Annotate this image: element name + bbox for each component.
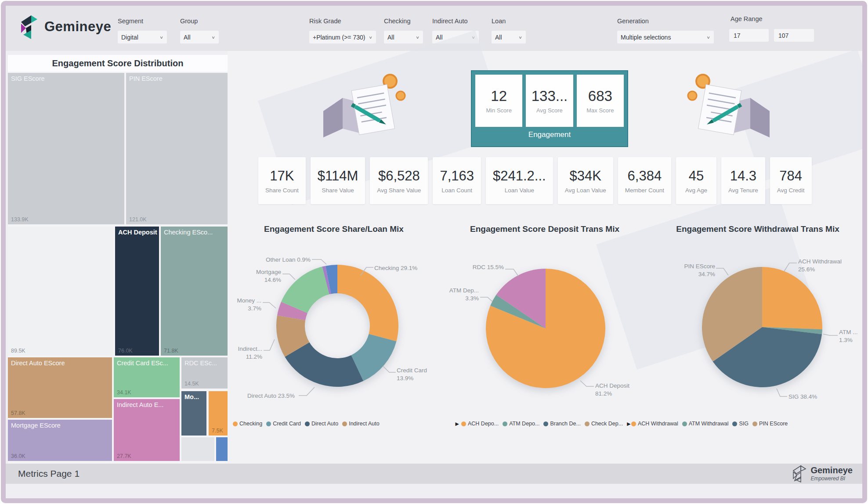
chevron-down-icon: ∨ [211, 35, 215, 40]
filter-generation: Generation Multiple selections ∨ [617, 6, 714, 51]
callout-ach-deposit: ACH Deposit81.2% [595, 382, 629, 397]
legend-dot [732, 421, 737, 426]
deposit-legend: ACH Depo... ATM Depo... Branch De... Che… [461, 421, 625, 427]
treemap-cell-small-gray[interactable] [181, 437, 214, 461]
treemap-cell-indirect-auto[interactable]: Indirect Auto E... 27.7K [114, 399, 180, 461]
min-score-card: 12 Min Score [475, 75, 522, 127]
engagement-metrics: 12 Min Score 133... Avg Score 683 Max Sc… [475, 75, 624, 127]
filter-loan: Loan All ∨ [492, 6, 526, 51]
kpi-row: 17KShare Count $114MShare Value $6,528Av… [258, 157, 812, 204]
treemap-cell-checking[interactable]: Checking ESco... 71.8K [161, 227, 228, 356]
treemap-cell-mortgage[interactable]: Mortgage EScore 36.0K [8, 420, 112, 461]
kpi-member-count: 6,384Member Count [618, 157, 671, 204]
kpi-avg-tenure: 14.3Avg Tenure [721, 157, 765, 204]
chevron-down-icon: ∨ [706, 35, 710, 40]
filter-checking-dropdown[interactable]: All ∨ [384, 31, 423, 43]
deposit-trans-mix-chart: Engagement Score Deposit Trans Mix RDC 1… [439, 222, 650, 430]
callout-atm-deposit: ATM Dep...3.3% [439, 287, 479, 302]
footer-gemineye-logo: Gemineye Empowered BI [792, 465, 853, 482]
pie-slice-ach-withdrawal[interactable] [762, 267, 822, 329]
treemap-cell-mo[interactable]: Mo... [181, 391, 206, 436]
age-range-max-input[interactable]: 107 [774, 29, 814, 42]
filter-segment-label: Segment [118, 18, 143, 25]
filter-generation-dropdown[interactable]: Multiple selections ∨ [617, 31, 714, 43]
legend-item-ach-withdrawal[interactable]: ACH Withdrawal [631, 421, 678, 427]
withdrawal-trans-mix-chart: Engagement Score Withdrawal Trans Mix PI… [650, 222, 865, 430]
filter-group: Group All ∨ [180, 6, 219, 51]
legend-dot [752, 421, 757, 426]
legend-dot [631, 421, 636, 426]
callout-rdc: RDC 15.5% [439, 263, 504, 271]
kpi-avg-loan-value: $34KAvg Loan Value [558, 157, 613, 204]
legend-item-credit-card[interactable]: Credit Card [266, 421, 301, 427]
callout-ach-withdrawal: ACH Withdrawal25.6% [798, 258, 842, 273]
document-pen-illustration [320, 72, 410, 145]
legend-dot [305, 421, 310, 426]
treemap-cell-small-blue[interactable] [216, 437, 228, 461]
callout-atm-withdrawal: ATM ...1.3% [839, 328, 858, 344]
treemap-cell-ach-deposit[interactable]: ACH Deposit ES... 76.0K [115, 227, 159, 356]
kpi-avg-credit: 784Avg Credit [770, 157, 812, 204]
callout-checking: Checking 29.1% [374, 264, 417, 272]
legend-item-branch-deposit[interactable]: Branch De... [543, 421, 580, 427]
callout-indirect: Indirect...11.2% [228, 345, 262, 360]
kpi-loan-count: 7,163Loan Count [433, 157, 481, 204]
max-score-card: 683 Max Score [577, 75, 624, 127]
filter-risk-grade-label: Risk Grade [309, 18, 341, 25]
legend-item-atm-deposit[interactable]: ATM Depo... [503, 421, 539, 427]
treemap-title: Engagement Score Distribution [8, 55, 228, 72]
chevron-down-icon: ∨ [159, 35, 163, 40]
filter-age-range-label: Age Range [731, 15, 763, 22]
filter-checking-label: Checking [384, 18, 410, 25]
page-tab-metrics-page-1[interactable]: Metrics Page 1 [18, 468, 80, 479]
treemap-cell-blank-89k[interactable]: 89.5K [8, 227, 113, 356]
legend-item-ach-deposit[interactable]: ACH Depo... [461, 421, 499, 427]
gemineye-logo-icon [19, 14, 39, 39]
callout-money: Money ...3.7% [228, 297, 261, 312]
legend-dot [266, 421, 271, 426]
legend-item-atm-withdrawal[interactable]: ATM Withdrawal [682, 421, 729, 427]
treemap-cell-credit-card[interactable]: Credit Card ESc... 34.1K [114, 357, 180, 397]
treemap-panel: Engagement Score Distribution SIG EScore… [8, 55, 228, 464]
filter-group-dropdown[interactable]: All ∨ [180, 31, 219, 43]
treemap-cell-pin-escore[interactable]: PIN EScore 121.0K [126, 73, 228, 224]
legend-item-pin-escore[interactable]: PIN EScore [752, 421, 788, 427]
filter-group-label: Group [180, 18, 198, 25]
legend-scroll-arrow-icon[interactable]: ▶ [627, 421, 630, 427]
footer-brand-tagline: Empowered BI [810, 475, 853, 482]
share-loan-mix-chart: Engagement Score Share/Loan Mix Checking… [228, 222, 439, 430]
kpi-avg-age: 45Avg Age [676, 157, 716, 204]
legend-item-checking[interactable]: Checking [233, 421, 262, 427]
kpi-share-value: $114MShare Value [311, 157, 365, 204]
pie-slice-checking[interactable] [337, 265, 398, 341]
deposit-pie[interactable] [439, 222, 650, 430]
legend-dot [543, 421, 548, 426]
treemap-cell-sig-escore[interactable]: SIG EScore 133.9K [8, 73, 124, 224]
filter-segment-dropdown[interactable]: Digital ∨ [118, 31, 167, 43]
filter-loan-dropdown[interactable]: All ∨ [492, 31, 526, 43]
filter-risk-grade-dropdown[interactable]: +Platinum (>= 730) ∨ [309, 31, 376, 43]
filter-segment: Segment Digital ∨ [118, 6, 167, 51]
age-range-min-input[interactable]: 17 [729, 29, 769, 42]
legend-item-indirect-auto[interactable]: Indirect Auto [342, 421, 380, 427]
legend-item-direct-auto[interactable]: Direct Auto [305, 421, 338, 427]
legend-item-sig[interactable]: SIG [732, 421, 749, 427]
engagement-score-treemap: SIG EScore 133.9K PIN EScore 121.0K 89.5… [8, 73, 228, 462]
treemap-cell-orange-7k[interactable]: 7.5K [209, 391, 228, 436]
withdrawal-pie[interactable] [650, 222, 865, 430]
engagement-card-title: Engagement [475, 127, 624, 143]
filter-age-range: Age Range [731, 6, 818, 51]
callout-credit-card: Credit Card13.9% [397, 367, 427, 382]
treemap-cell-rdc[interactable]: RDC ESc... 14.5K [181, 357, 228, 389]
legend-item-check-deposit[interactable]: Check Dep... [585, 421, 623, 427]
document-pen-illustration [683, 72, 773, 145]
legend-dot [342, 421, 347, 426]
legend-scroll-arrow-icon[interactable]: ▶ [456, 421, 459, 427]
footer-brand-name: Gemineye [810, 466, 853, 475]
treemap-cell-direct-auto[interactable]: Direct Auto EScore 57.8K [8, 357, 112, 418]
engagement-scorecard: 12 Min Score 133... Avg Score 683 Max Sc… [471, 70, 628, 147]
kpi-loan-value: $241.2...Loan Value [486, 157, 553, 204]
withdrawal-legend: ACH Withdrawal ATM Withdrawal SIG PIN ES… [631, 421, 781, 427]
filter-checking: Checking All ∨ [384, 6, 423, 51]
gemineye-logo: Gemineye [19, 14, 111, 39]
